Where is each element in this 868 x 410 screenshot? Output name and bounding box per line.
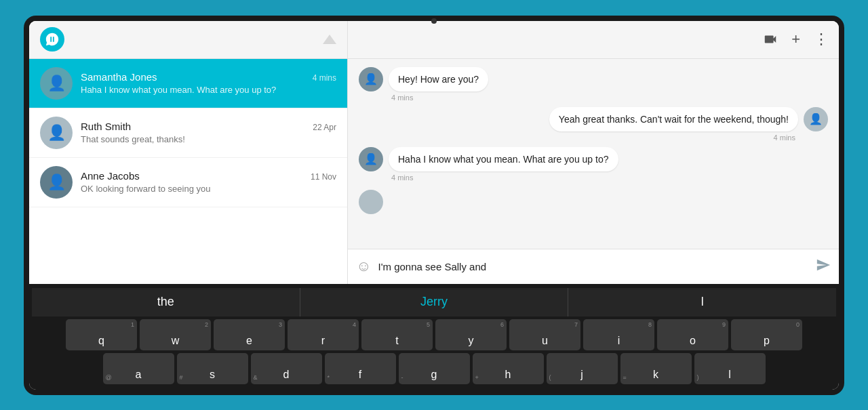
key-p-num: 0 <box>796 321 800 328</box>
keyboard-area: the Jerry l 1q 2w 3e 4r 5t 6y 7u 8i 9o 0… <box>29 284 839 390</box>
key-r-num: 4 <box>353 321 356 328</box>
key-e-num: 3 <box>279 321 282 328</box>
chat-area: + ⋮ 👤 Hey! How are you? 4 mins <box>348 21 839 284</box>
signal-icon <box>323 35 336 44</box>
message-avatar-2: 👤 <box>804 107 828 131</box>
key-d[interactable]: &d <box>251 353 322 384</box>
key-t-num: 5 <box>427 321 430 328</box>
message-time-3: 4 mins <box>389 173 618 182</box>
device-screen: 👤 Samantha Jones 4 mins Haha I know what… <box>29 21 839 390</box>
conv-time-anne: 11 Nov <box>311 172 336 182</box>
sidebar-header <box>29 21 347 59</box>
message-row-1: 👤 Hey! How are you? 4 mins <box>359 67 828 102</box>
suggestion-jerry[interactable]: Jerry <box>300 288 569 316</box>
key-l-sub: ) <box>697 374 699 381</box>
sidebar: 👤 Samantha Jones 4 mins Haha I know what… <box>29 21 348 284</box>
key-j-sub: ( <box>549 374 551 381</box>
message-wrap-2: Yeah great thanks. Can't wait for the we… <box>549 107 798 142</box>
message-time-1: 4 mins <box>389 94 488 102</box>
conv-preview-anne: OK looking forward to seeing you <box>81 184 336 194</box>
conv-name-samantha: Samantha Jones <box>81 71 157 83</box>
avatar-samantha: 👤 <box>40 67 73 100</box>
key-d-sub: & <box>254 374 258 381</box>
key-k-sub: = <box>623 374 627 381</box>
conv-name-ruth: Ruth Smith <box>81 121 131 132</box>
key-y-num: 6 <box>500 321 504 328</box>
key-g-sub: - <box>401 374 403 381</box>
key-u[interactable]: 7u <box>509 319 580 350</box>
key-w[interactable]: 2w <box>140 319 211 350</box>
key-row-1: 1q 2w 3e 4r 5t 6y 7u 8i 9o 0p <box>32 319 836 350</box>
conversation-item-anne[interactable]: 👤 Anne Jacobs 11 Nov OK looking forward … <box>29 158 347 207</box>
typing-avatar <box>359 190 383 214</box>
key-o[interactable]: 9o <box>657 319 728 350</box>
message-bubble-1: Hey! How are you? <box>389 67 488 91</box>
key-l[interactable]: )l <box>694 353 766 384</box>
conv-info-samantha: Samantha Jones 4 mins Haha I know what y… <box>81 71 336 95</box>
key-u-num: 7 <box>574 321 578 328</box>
key-a[interactable]: @a <box>103 353 174 384</box>
key-t[interactable]: 5t <box>361 319 433 350</box>
message-avatar-1: 👤 <box>359 67 383 91</box>
suggestion-the[interactable]: the <box>32 288 300 316</box>
device-camera <box>431 18 437 24</box>
conv-time-ruth: 22 Apr <box>313 123 336 132</box>
key-w-num: 2 <box>205 321 208 328</box>
message-avatar-3: 👤 <box>359 147 383 171</box>
key-k[interactable]: =k <box>620 353 692 384</box>
video-call-button[interactable] <box>763 32 778 47</box>
conv-preview-ruth: That sounds great, thanks! <box>81 134 336 144</box>
message-wrap-3: Haha I know what you mean. What are you … <box>389 147 618 182</box>
typing-row <box>359 187 828 214</box>
message-row-3: 👤 Haha I know what you mean. What are yo… <box>359 147 828 182</box>
app-area: 👤 Samantha Jones 4 mins Haha I know what… <box>29 21 839 284</box>
avatar-ruth: 👤 <box>40 117 73 149</box>
key-s[interactable]: #s <box>177 353 248 384</box>
key-s-sub: # <box>180 374 183 381</box>
conv-preview-samantha: Haha I know what you mean. What are you … <box>81 85 336 95</box>
message-bubble-2: Yeah great thanks. Can't wait for the we… <box>549 107 798 131</box>
key-q[interactable]: 1q <box>66 319 137 350</box>
keyboard-suggestions: the Jerry l <box>32 288 836 316</box>
keyboard-rows: 1q 2w 3e 4r 5t 6y 7u 8i 9o 0p @a #s &d *… <box>32 319 836 384</box>
conv-info-ruth: Ruth Smith 22 Apr That sounds great, tha… <box>81 121 336 144</box>
key-j[interactable]: (j <box>547 353 618 384</box>
key-y[interactable]: 6y <box>435 319 507 350</box>
key-i[interactable]: 8i <box>583 319 654 350</box>
message-bubble-3: Haha I know what you mean. What are you … <box>389 147 618 171</box>
key-e[interactable]: 3e <box>214 319 285 350</box>
messages-area: 👤 Hey! How are you? 4 mins 👤 Y <box>348 59 839 249</box>
add-person-button[interactable]: + <box>791 30 800 48</box>
key-q-num: 1 <box>131 321 134 328</box>
chat-header: + ⋮ <box>348 21 839 59</box>
key-h[interactable]: +h <box>473 353 544 384</box>
key-f-sub: * <box>328 374 330 381</box>
conversation-item-samantha[interactable]: 👤 Samantha Jones 4 mins Haha I know what… <box>29 59 347 108</box>
more-options-button[interactable]: ⋮ <box>814 30 828 48</box>
conversation-list: 👤 Samantha Jones 4 mins Haha I know what… <box>29 59 347 284</box>
suggestion-l[interactable]: l <box>568 288 836 316</box>
key-h-sub: + <box>475 374 479 381</box>
key-g[interactable]: -g <box>399 353 470 384</box>
device-frame: 👤 Samantha Jones 4 mins Haha I know what… <box>24 16 844 395</box>
conversation-item-ruth[interactable]: 👤 Ruth Smith 22 Apr That sounds great, t… <box>29 108 347 158</box>
emoji-button[interactable]: ☺ <box>356 258 371 275</box>
message-time-2: 4 mins <box>549 134 798 142</box>
key-r[interactable]: 4r <box>288 319 359 350</box>
message-input[interactable] <box>378 261 809 272</box>
message-row-2: 👤 Yeah great thanks. Can't wait for the … <box>359 107 828 142</box>
conv-time-samantha: 4 mins <box>313 73 336 83</box>
hangouts-logo <box>40 27 64 52</box>
key-f[interactable]: *f <box>325 353 396 384</box>
conv-info-anne: Anne Jacobs 11 Nov OK looking forward to… <box>81 170 336 194</box>
message-wrap-1: Hey! How are you? 4 mins <box>389 67 488 102</box>
key-a-sub: @ <box>106 374 112 381</box>
input-area: ☺ <box>348 249 839 284</box>
conv-name-anne: Anne Jacobs <box>81 170 140 182</box>
send-button[interactable] <box>816 258 831 275</box>
key-o-num: 9 <box>722 321 726 328</box>
key-row-2: @a #s &d *f -g +h (j =k )l <box>32 353 836 384</box>
key-i-num: 8 <box>648 321 652 328</box>
avatar-anne: 👤 <box>40 166 73 199</box>
key-p[interactable]: 0p <box>731 319 802 350</box>
